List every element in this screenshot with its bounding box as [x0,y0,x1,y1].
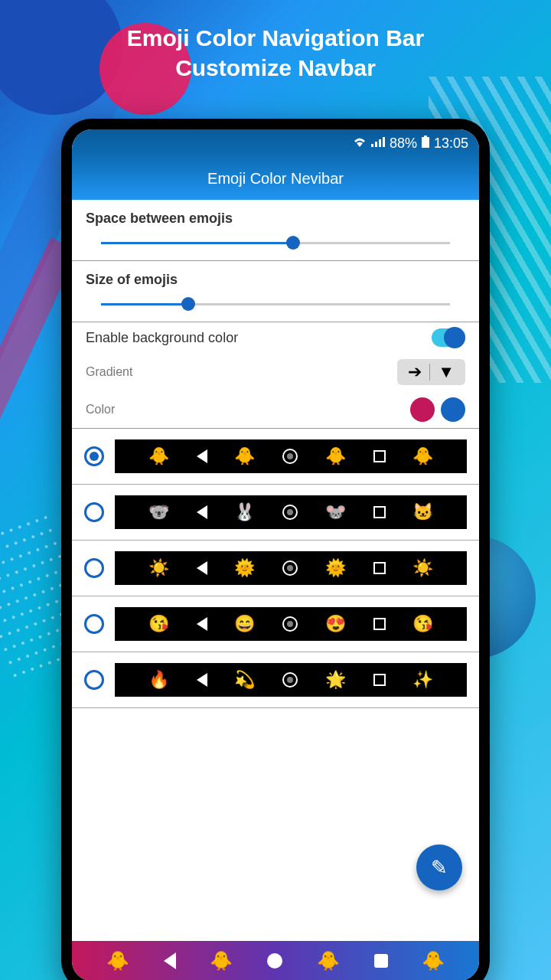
promo-line1: Emoji Color Navigation Bar [31,23,520,53]
space-label: Space between emojis [86,211,465,227]
emoji-icon: ☀️ [412,558,433,578]
preset-row[interactable]: ☀️🌞🌞☀️ [72,541,479,596]
gradient-direction-button[interactable]: ➔ ▼ [397,359,465,385]
battery-icon [422,136,429,151]
nav-recent-icon [374,954,388,968]
app-header: Emoji Color Nevibar [72,157,479,200]
emoji-icon: 🌟 [325,670,346,690]
preset-navbar-preview: 😘😄😍😘 [115,607,467,641]
preset-row[interactable]: 🔥💫🌟✨ [72,652,479,708]
pencil-icon: ✎ [431,856,448,880]
preset-radio[interactable] [84,502,104,522]
preset-navbar-preview: 🐥🐥🐥🐥 [115,439,467,473]
svg-rect-3 [383,137,385,147]
svg-rect-1 [375,142,377,147]
emoji-icon: 🐥 [106,950,129,972]
gradient-label: Gradient [86,365,132,379]
status-bar: 88% 13:05 [72,129,479,157]
content-area: Space between emojis Size of emojis [72,200,479,941]
emoji-icon: 🐥 [325,446,346,466]
emoji-icon: 🐥 [148,446,169,466]
preset-radio[interactable] [84,558,104,578]
nav-home-icon [267,953,282,969]
emoji-icon: 🐥 [412,446,433,466]
enable-bg-label: Enable background color [86,330,238,346]
chevron-down-icon: ▼ [430,362,462,382]
nav-back-icon [197,617,207,631]
color-swatch-secondary[interactable] [441,397,465,422]
wifi-icon [353,136,367,150]
emoji-icon: 😍 [325,614,346,634]
preset-navbar-preview: 🐨🐰🐭🐱 [115,495,467,529]
emoji-icon: 🌞 [325,558,346,578]
preset-navbar-preview: ☀️🌞🌞☀️ [115,551,467,585]
nav-back-icon [197,673,207,687]
signal-icon [371,136,385,150]
emoji-icon: 🐰 [234,502,255,522]
emoji-icon: 😄 [234,614,255,634]
nav-back-icon [197,505,207,519]
emoji-icon: 🐨 [148,502,169,522]
nav-home-icon [282,560,298,576]
nav-home-icon [282,449,298,464]
battery-percent: 88% [390,136,417,152]
preset-navbar-preview: 🔥💫🌟✨ [115,663,467,697]
nav-back-icon [164,952,176,969]
emoji-icon: 🐥 [234,446,255,466]
nav-home-icon [282,616,298,632]
preset-radio[interactable] [84,614,104,634]
emoji-icon: 😘 [412,614,433,634]
preset-row[interactable]: 🐥🐥🐥🐥 [72,429,479,485]
nav-recent-icon [373,506,386,518]
emoji-icon: 🐭 [325,502,346,522]
nav-recent-icon [373,450,386,462]
size-slider[interactable] [86,296,465,312]
space-slider[interactable] [86,234,465,251]
svg-rect-2 [379,139,381,147]
nav-recent-icon [373,674,386,686]
color-swatch-primary[interactable] [410,397,435,422]
svg-rect-0 [371,144,373,147]
nav-home-icon [282,672,298,688]
preset-radio[interactable] [84,446,104,466]
nav-home-icon [282,505,298,520]
enable-bg-row: Enable background color [72,322,479,353]
emoji-icon: 💫 [234,670,255,690]
size-label: Size of emojis [86,272,465,288]
gradient-row: Gradient ➔ ▼ [72,353,479,391]
svg-rect-5 [422,137,429,148]
emoji-icon: 🔥 [148,670,169,690]
nav-recent-icon [373,562,386,574]
size-section: Size of emojis [72,261,479,322]
svg-rect-4 [424,136,427,137]
color-row: Color [72,391,479,428]
space-section: Space between emojis [72,200,479,261]
clock-time: 13:05 [434,136,468,152]
emoji-icon: 🐥 [422,950,445,972]
emoji-icon: 🐥 [210,950,233,972]
phone-frame: 88% 13:05 Emoji Color Nevibar Space betw… [61,119,490,980]
edit-fab-button[interactable]: ✎ [416,844,462,890]
nav-back-icon [197,561,207,575]
promo-title: Emoji Color Navigation Bar Customize Nav… [0,0,551,90]
phone-screen: 88% 13:05 Emoji Color Nevibar Space betw… [72,129,479,980]
preset-row[interactable]: 🐨🐰🐭🐱 [72,485,479,541]
emoji-icon: 🐥 [317,950,340,972]
preset-row[interactable]: 😘😄😍😘 [72,596,479,652]
app-title: Emoji Color Nevibar [207,170,344,188]
emoji-icon: 😘 [148,614,169,634]
preset-list: 🐥🐥🐥🐥🐨🐰🐭🐱☀️🌞🌞☀️😘😄😍😘🔥💫🌟✨ [72,429,479,708]
bottom-navbar-preview: 🐥🐥🐥🐥 [72,941,479,980]
emoji-icon: 🌞 [234,558,255,578]
nav-recent-icon [373,618,386,630]
promo-line2: Customize Navbar [31,53,520,83]
enable-bg-toggle[interactable] [432,328,465,347]
arrow-right-icon: ➔ [400,362,429,382]
emoji-icon: 🐱 [412,502,433,522]
nav-back-icon [197,449,207,463]
preset-radio[interactable] [84,670,104,690]
emoji-icon: ☀️ [148,558,169,578]
emoji-icon: ✨ [412,670,433,690]
color-label: Color [86,403,115,416]
